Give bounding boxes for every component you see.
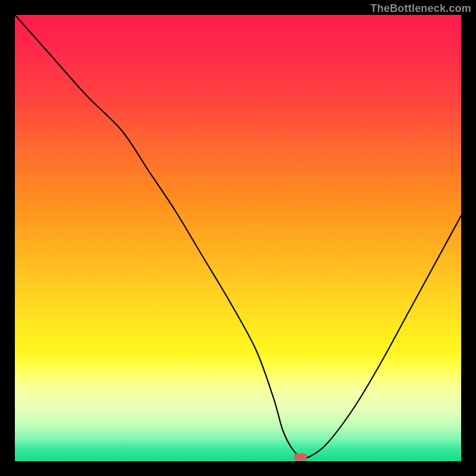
chart-container: TheBottleneck.com: [0, 0, 476, 476]
curve-svg: [15, 15, 461, 461]
bottleneck-curve-path: [15, 15, 461, 458]
plot-area: [15, 15, 461, 461]
optimal-marker: [294, 453, 307, 461]
watermark-text: TheBottleneck.com: [371, 2, 471, 15]
